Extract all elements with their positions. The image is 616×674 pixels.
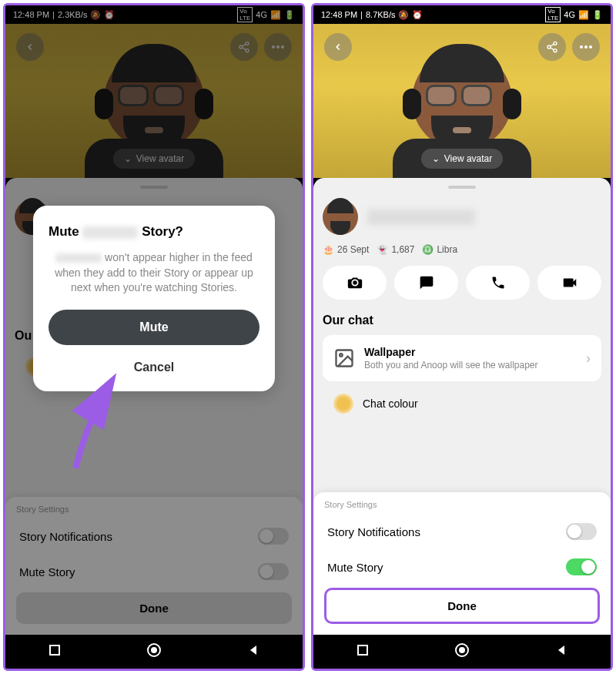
share-button[interactable] [538,33,566,61]
chat-button[interactable] [394,266,458,300]
wallpaper-row[interactable]: Wallpaper Both you and Anoop will see th… [323,335,601,381]
blurred-name [82,226,138,239]
section-title: Our chat [323,314,601,327]
profile-badges: 🎂26 Sept 👻1,687 ♎Libra [323,244,601,255]
colour-swatch-icon [333,394,353,414]
mute-confirm-modal: Mute Story? won't appear higher in the f… [33,206,275,391]
battery-icon: 🔋 [592,10,603,20]
avatar [412,50,512,150]
story-settings-panel: Story Settings Story Notifications Mute … [313,492,611,635]
back-button[interactable] [324,33,352,61]
svg-rect-21 [358,645,367,655]
volte-icon: VoLTE [545,7,561,22]
status-speed: 8.7KB/s [366,10,396,19]
done-button[interactable]: Done [324,588,600,624]
svg-point-11 [554,42,557,45]
profile-sheet: 🎂26 Sept 👻1,687 ♎Libra Our chat Wallpape… [313,178,611,635]
nav-home-icon[interactable] [146,642,162,661]
svg-point-17 [584,45,588,49]
wallpaper-icon [333,347,355,369]
blurred-name [55,253,102,263]
chevron-right-icon: › [586,350,591,367]
svg-line-15 [551,44,554,46]
chat-colour-row[interactable]: Chat colour [323,387,601,420]
chevron-down-icon: ⌄ [432,153,440,164]
modal-description: won't appear higher in the feed when the… [49,250,259,296]
mute-story-row[interactable]: Mute Story [324,549,600,585]
svg-point-13 [554,49,557,52]
cake-icon: 🎂 [323,244,334,255]
svg-point-20 [340,354,343,357]
alarm-icon: ⏰ [412,10,423,20]
sheet-handle[interactable] [448,186,476,189]
nav-back-icon[interactable] [555,644,567,659]
mute-story-toggle[interactable] [566,558,597,575]
username-blurred [367,210,475,225]
call-button[interactable] [466,266,530,300]
nav-bar [313,635,611,669]
modal-title: Mute Story? [49,224,259,240]
nav-bar [5,635,303,669]
nav-home-icon[interactable] [454,642,470,661]
svg-point-18 [589,45,592,49]
video-button[interactable] [537,266,601,300]
svg-point-23 [459,647,465,653]
nav-back-icon[interactable] [247,644,259,659]
story-notifications-toggle[interactable] [566,523,597,540]
zodiac-icon: ♎ [422,244,434,255]
svg-line-14 [551,48,554,50]
view-avatar-button[interactable]: ⌄ View avatar [421,149,503,169]
signal-4g-icon: 4G [564,10,575,19]
svg-point-16 [580,45,583,49]
dnd-icon: 🔕 [398,10,409,20]
svg-point-10 [151,647,157,653]
settings-header: Story Settings [324,500,600,509]
nav-recents-icon[interactable] [49,644,61,659]
status-time: 12:48 PM [321,10,357,19]
status-bar: 12:48 PM | 8.7KB/s 🔕 ⏰ VoLTE 4G 📶 🔋 [313,5,611,24]
nav-recents-icon[interactable] [357,644,369,659]
mini-avatar [323,200,358,235]
cancel-button[interactable]: Cancel [49,350,259,385]
mute-confirm-button[interactable]: Mute [49,310,259,345]
ghost-icon: 👻 [377,244,388,255]
profile-header: ⌄ View avatar [313,24,611,178]
svg-rect-8 [50,645,59,655]
signal-icon: 📶 [578,10,589,20]
more-button[interactable] [572,33,600,61]
camera-button[interactable] [323,266,387,300]
story-notifications-row[interactable]: Story Notifications [324,514,600,549]
svg-point-12 [547,45,551,49]
